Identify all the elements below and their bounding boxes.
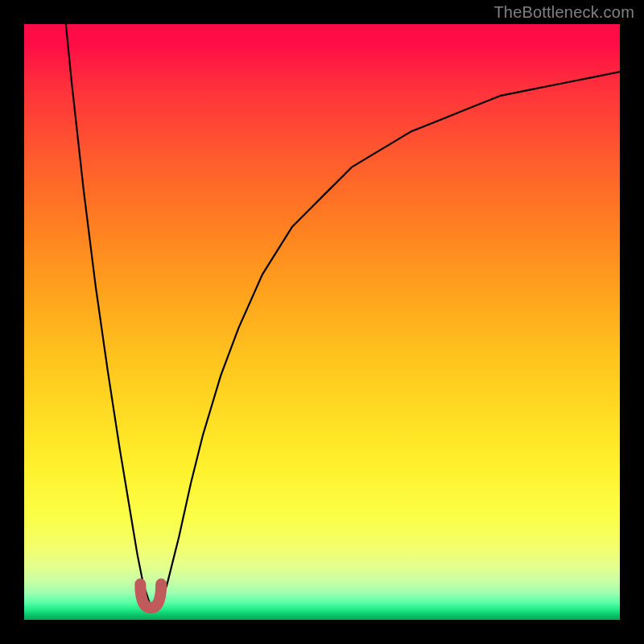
chart-frame: TheBottleneck.com bbox=[0, 0, 644, 644]
plot-area bbox=[24, 24, 620, 620]
bottleneck-curve bbox=[66, 24, 620, 608]
watermark-label: TheBottleneck.com bbox=[493, 3, 634, 22]
dip-marker bbox=[140, 584, 161, 609]
curve-layer bbox=[24, 24, 620, 620]
